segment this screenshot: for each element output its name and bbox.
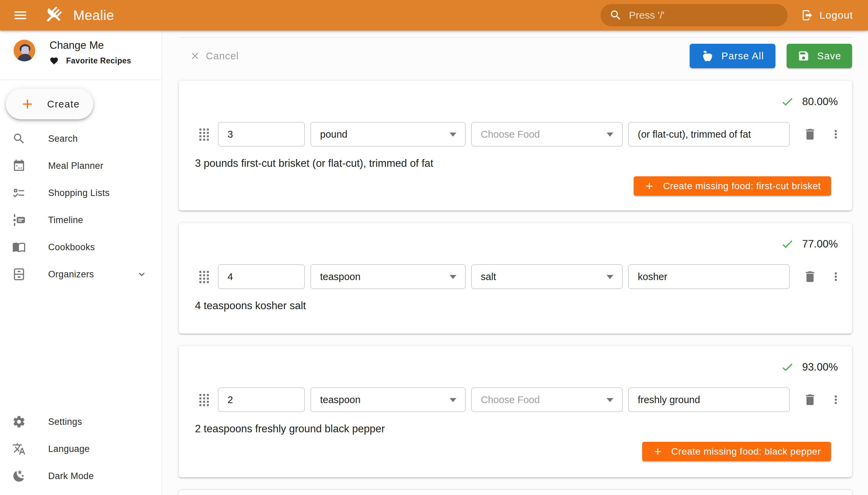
delete-button[interactable]	[803, 127, 817, 141]
sidebar-item-label: Cookbooks	[48, 242, 95, 253]
ingredient-card: 77.00% 4 teaspoons kosher salt	[179, 223, 852, 334]
close-icon	[189, 51, 200, 62]
app-title: Mealie	[73, 8, 114, 23]
unit-input[interactable]	[311, 265, 465, 289]
plus-icon	[644, 181, 655, 191]
save-icon	[798, 50, 810, 62]
quantity-input[interactable]	[218, 122, 305, 146]
original-ingredient-text: 4 teaspoons kosher salt	[194, 300, 838, 312]
favorite-recipes-label: Favorite Recipes	[66, 56, 131, 65]
sidebar-item-label: Timeline	[48, 215, 83, 225]
file-cabinet-icon	[12, 268, 26, 281]
gear-icon	[12, 415, 26, 429]
note-input[interactable]	[629, 388, 789, 412]
drag-handle-icon[interactable]	[199, 129, 208, 140]
sidebar-item-label: Language	[48, 444, 90, 454]
save-button[interactable]: Save	[787, 44, 852, 68]
magnify-icon	[12, 132, 26, 146]
quantity-input[interactable]	[218, 388, 305, 412]
food-input[interactable]	[472, 388, 622, 412]
chevron-down-icon[interactable]	[136, 269, 148, 280]
dots-vertical-icon	[829, 270, 842, 283]
food-input[interactable]	[472, 265, 622, 289]
favorite-recipes-link[interactable]: Favorite Recipes	[50, 56, 131, 65]
confidence-value: 80.00%	[802, 96, 838, 108]
sidebar-item-settings[interactable]: Settings	[0, 408, 162, 435]
confidence-row: 77.00%	[194, 237, 838, 251]
logout-button[interactable]: Logout	[796, 3, 858, 27]
avatar[interactable]	[14, 39, 35, 62]
create-label: Create	[47, 99, 80, 110]
ingredient-card: 93.00% 2 teaspoons freshly ground black …	[179, 346, 852, 477]
more-options-button[interactable]	[829, 393, 842, 406]
logout-label: Logout	[819, 10, 853, 21]
sidebar-nav: Search Meal Planner Shopping Lists Timel…	[0, 125, 162, 288]
ingredient-parser-page: Cancel Parse All Save 80.00%	[162, 31, 868, 495]
sidebar-item-language[interactable]: Language	[0, 435, 162, 462]
timeline-icon	[12, 213, 26, 227]
confidence-value: 93.00%	[802, 361, 838, 373]
quantity-input[interactable]	[218, 265, 305, 289]
more-options-button[interactable]	[829, 270, 842, 283]
logout-icon	[801, 9, 813, 21]
app-header: Mealie Logout	[0, 0, 868, 31]
ingredient-fields-row	[194, 264, 838, 289]
sidebar-item-label: Search	[48, 134, 78, 144]
search-input[interactable]	[629, 10, 779, 21]
dots-vertical-icon	[829, 393, 842, 406]
original-ingredient-text: 3 pounds first-cut brisket (or flat-cut)…	[194, 157, 838, 170]
drag-handle-icon[interactable]	[199, 271, 208, 283]
check-icon	[781, 237, 794, 251]
ingredient-card: 80.00% 3 pounds first-cut brisket (or fl…	[179, 81, 852, 210]
plus-icon	[652, 446, 663, 457]
note-input[interactable]	[629, 265, 789, 289]
quantity-field	[218, 264, 305, 289]
more-options-button[interactable]	[829, 128, 842, 141]
parse-all-button[interactable]: Parse All	[690, 44, 776, 68]
unit-select	[310, 122, 465, 147]
note-field	[628, 122, 790, 147]
sidebar-item-timeline[interactable]: Timeline	[0, 206, 162, 234]
delete-button[interactable]	[803, 270, 817, 284]
sidebar-bottom-nav: Settings Language Dark Mode	[0, 408, 162, 495]
sidebar-item-organizers[interactable]: Organizers	[0, 261, 162, 288]
sidebar: Change Me Favorite Recipes Create Search…	[0, 31, 162, 495]
sidebar-item-shopping-lists[interactable]: Shopping Lists	[0, 180, 162, 206]
search-icon	[609, 9, 622, 22]
unit-input[interactable]	[311, 122, 465, 146]
sidebar-item-meal-planner[interactable]: Meal Planner	[0, 152, 162, 180]
confidence-row: 93.00%	[194, 360, 838, 374]
sidebar-item-label: Organizers	[48, 269, 94, 280]
sidebar-divider	[0, 80, 162, 80]
mealie-logo-icon	[44, 5, 63, 25]
ingredient-card-partial	[179, 490, 852, 495]
trash-icon	[803, 127, 817, 141]
parse-all-label: Parse All	[721, 51, 764, 62]
unit-input[interactable]	[311, 388, 465, 412]
ingredient-fields-row	[194, 388, 838, 412]
drag-handle-icon[interactable]	[199, 394, 208, 406]
note-field	[628, 388, 790, 412]
moon-icon	[12, 469, 26, 483]
cancel-label: Cancel	[206, 51, 239, 62]
delete-button[interactable]	[803, 393, 817, 407]
create-missing-food-label: Create missing food: first-cut brisket	[663, 181, 821, 191]
food-select	[471, 122, 623, 147]
create-missing-food-button[interactable]: Create missing food: first-cut brisket	[634, 176, 831, 195]
menu-icon[interactable]	[10, 4, 31, 26]
create-button[interactable]: Create	[6, 89, 93, 119]
note-field	[628, 264, 790, 289]
user-name[interactable]: Change Me	[50, 39, 131, 52]
sidebar-item-dark-mode[interactable]: Dark Mode	[0, 462, 162, 490]
food-input[interactable]	[472, 122, 622, 146]
quantity-field	[218, 388, 305, 412]
sidebar-item-search[interactable]: Search	[0, 125, 162, 152]
global-search[interactable]	[600, 4, 788, 27]
unit-select	[310, 264, 465, 289]
sidebar-item-cookbooks[interactable]: Cookbooks	[0, 234, 162, 261]
sidebar-item-label: Shopping Lists	[48, 188, 109, 198]
note-input[interactable]	[629, 122, 789, 146]
create-missing-food-button[interactable]: Create missing food: black pepper	[642, 442, 831, 461]
check-icon	[781, 360, 794, 374]
cancel-button[interactable]: Cancel	[184, 51, 245, 62]
